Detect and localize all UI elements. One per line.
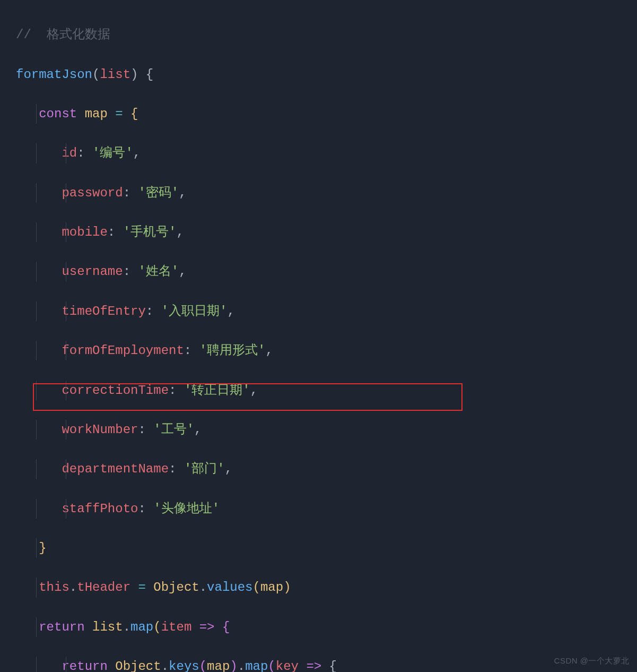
- prop-key: id: [62, 146, 77, 160]
- prop-key: timeOfEntry: [62, 304, 145, 318]
- object-global: Object: [115, 659, 161, 672]
- prop-key: password: [62, 186, 123, 200]
- keyword-return: return: [39, 620, 84, 634]
- object-global: Object: [153, 580, 199, 595]
- prop-value: '转正日期': [184, 383, 250, 398]
- code-line: username: '姓名',: [16, 262, 637, 281]
- keyword-return: return: [62, 659, 107, 672]
- prop-value: '头像地址': [153, 502, 220, 516]
- code-line: return Object.keys(map).map(key => {: [16, 657, 637, 672]
- param-item: item: [161, 620, 192, 634]
- keyword-const: const: [39, 107, 77, 121]
- code-line: timeOfEntry: '入职日期',: [16, 301, 637, 321]
- method-map: map: [245, 659, 268, 672]
- code-line: // 格式化数据: [16, 25, 637, 45]
- method-map: map: [130, 620, 153, 634]
- method-values: values: [207, 580, 252, 595]
- function-name: formatJson: [16, 67, 92, 82]
- code-line: correctionTime: '转正日期',: [16, 381, 637, 400]
- prop-key: correctionTime: [62, 383, 169, 398]
- prop-key: formOfEmployment: [62, 343, 184, 358]
- comment-text: // 格式化数据: [16, 28, 110, 42]
- watermark: CSDN @一个大萝北: [554, 654, 630, 667]
- code-line: const map = {: [16, 104, 637, 124]
- prop-key: username: [62, 264, 123, 279]
- code-line: password: '密码',: [16, 183, 637, 203]
- code-line: mobile: '手机号',: [16, 222, 637, 242]
- code-line: return list.map(item => {: [16, 617, 637, 637]
- code-line: }: [16, 538, 637, 558]
- this-keyword: this: [39, 580, 69, 595]
- arg-map: map: [260, 580, 283, 595]
- prop-value: '工号': [153, 423, 194, 437]
- code-block: // 格式化数据 formatJson(list) { const map = …: [0, 5, 637, 672]
- var-list: list: [92, 620, 123, 634]
- code-line: departmentName: '部门',: [16, 459, 637, 479]
- prop-value: '部门': [184, 462, 225, 476]
- code-line: formatJson(list) {: [16, 65, 637, 84]
- prop-key: staffPhoto: [62, 502, 138, 516]
- code-line: formOfEmployment: '聘用形式',: [16, 341, 637, 360]
- arg-map: map: [207, 659, 230, 672]
- prop-value: '密码': [138, 186, 179, 200]
- prop-key: mobile: [62, 225, 107, 239]
- param: list: [100, 67, 130, 82]
- method-keys: keys: [169, 659, 199, 672]
- prop-value: '编号': [92, 146, 133, 160]
- prop-key: workNumber: [62, 423, 138, 437]
- prop-value: '入职日期': [161, 304, 228, 318]
- code-line: workNumber: '工号',: [16, 420, 637, 440]
- prop-key: departmentName: [62, 462, 169, 476]
- prop-value: '姓名': [138, 264, 179, 279]
- code-line: staffPhoto: '头像地址': [16, 499, 637, 519]
- member-tHeader: tHeader: [77, 580, 130, 595]
- code-line: this.tHeader = Object.values(map): [16, 578, 637, 597]
- param-key: key: [276, 659, 299, 672]
- code-line: id: '编号',: [16, 143, 637, 163]
- var-map: map: [85, 107, 108, 121]
- prop-value: '手机号': [123, 225, 177, 239]
- prop-value: '聘用形式': [199, 343, 266, 358]
